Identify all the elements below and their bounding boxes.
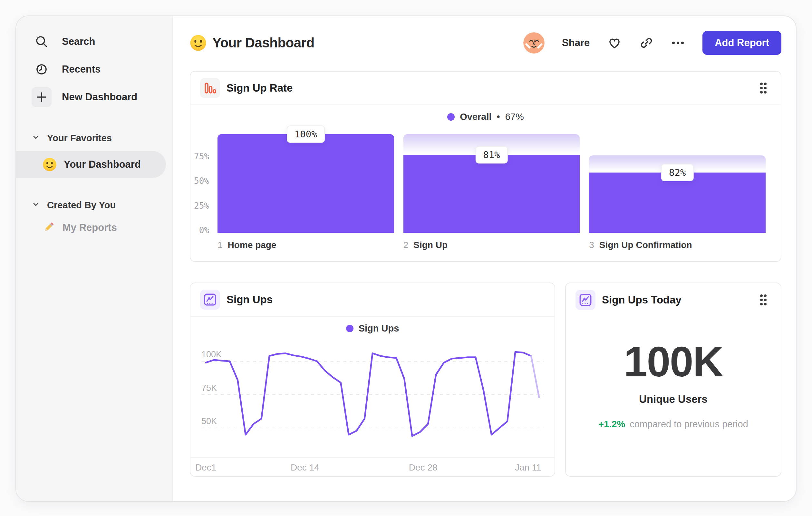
smiley-emoji-icon [42, 157, 57, 171]
page-title: Your Dashboard [212, 35, 315, 51]
line-chart[interactable]: 100K75K50K [201, 340, 544, 455]
funnel-bar-step-2[interactable]: 81% [403, 134, 580, 233]
legend-dot [447, 113, 455, 120]
funnel-tooltip: 81% [475, 146, 508, 164]
favorite-heart-icon[interactable] [607, 35, 622, 50]
legend-series: Sign Ups [359, 323, 399, 334]
sidebar-item-search[interactable]: Search [32, 28, 172, 55]
funnel-tooltip: 100% [287, 126, 325, 143]
funnel-legend: Overall • 67% [191, 105, 781, 128]
chevron-down-icon [32, 133, 40, 143]
drag-handle-icon[interactable] [759, 82, 767, 94]
drag-handle-icon[interactable] [759, 294, 767, 306]
funnel-chart[interactable]: 75%50%25%0% 100%81%82% [191, 134, 781, 233]
card-header: Sign Up Rate [191, 72, 781, 105]
funnel-bars: 100%81%82% [218, 134, 765, 233]
line-series-faded [531, 356, 539, 397]
app-window: Search Recents New Dashboard Your Favori… [16, 16, 796, 502]
card-sign-ups: Sign Ups Sign Ups 100K75K50K Dec1Dec 14D… [190, 282, 555, 477]
line-x-tick: Jan 11 [515, 462, 541, 473]
sidebar-item-your-dashboard[interactable]: Your Dashboard [16, 151, 166, 178]
funnel-y-tick: 50% [194, 176, 209, 186]
section-your-favorites[interactable]: Your Favorites [32, 129, 172, 147]
section-label: Your Favorites [47, 133, 112, 143]
copy-link-icon[interactable] [639, 36, 654, 50]
line-x-tick: Dec 28 [409, 462, 438, 473]
share-button[interactable]: Share [562, 37, 590, 49]
card-title: Sign Up Rate [227, 82, 293, 94]
card-title: Sign Ups Today [602, 294, 682, 306]
main-content: Your Dashboard Share [173, 16, 796, 501]
funnel-chart-icon [200, 78, 220, 98]
funnel-y-tick: 0% [199, 225, 209, 235]
search-icon [32, 32, 52, 52]
card-title: Sign Ups [227, 294, 272, 306]
sidebar-item-label: New Dashboard [62, 91, 137, 103]
sidebar-item-label: Your Dashboard [64, 159, 141, 170]
line-x-tick: Dec 14 [291, 462, 319, 473]
funnel-step-label: 2Sign Up [403, 238, 580, 252]
funnel-y-tick: 25% [194, 201, 209, 211]
funnel-bar-solid [218, 134, 394, 233]
line-chart-icon [576, 290, 596, 310]
sidebar-item-label: Search [62, 36, 95, 47]
sidebar-item-my-reports[interactable]: My Reports [42, 219, 172, 237]
stat-body: 100K Unique Users +1.2% compared to prev… [566, 317, 781, 430]
pencil-emoji-icon [42, 221, 56, 235]
clock-icon [32, 59, 52, 79]
section-label: Created By You [47, 200, 116, 211]
smiley-emoji-icon [190, 34, 207, 51]
sidebar-item-recents[interactable]: Recents [32, 55, 172, 83]
sidebar-item-label: My Reports [62, 222, 117, 234]
legend-dot [346, 325, 353, 332]
card-header: Sign Ups Today [566, 283, 781, 317]
sidebar-item-label: Recents [62, 63, 101, 75]
stat-delta: +1.2% [598, 419, 625, 430]
sidebar: Search Recents New Dashboard Your Favori… [16, 16, 173, 501]
funnel-y-axis: 75%50%25%0% [191, 134, 218, 233]
second-row: Sign Ups Sign Ups 100K75K50K Dec1Dec 14D… [190, 282, 781, 477]
page-header: Your Dashboard Share [190, 30, 781, 55]
card-sign-up-rate: Sign Up Rate Overall • 67% 75%50%25%0% 1… [190, 71, 781, 262]
legend-value: 67% [505, 112, 524, 122]
sidebar-item-new-dashboard[interactable]: New Dashboard [32, 83, 172, 111]
funnel-step-label: 3Sign Up Confirmation [589, 238, 765, 252]
more-options-icon[interactable] [671, 36, 685, 50]
card-sign-ups-today: Sign Ups Today 100K Unique Users +1.2% [565, 282, 781, 477]
stat-value: 100K [624, 337, 723, 386]
line-legend: Sign Ups [191, 317, 555, 340]
funnel-x-labels: 1Home page2Sign Up3Sign Up Confirmation [218, 238, 765, 252]
stat-delta-note: compared to previous period [630, 419, 748, 430]
funnel-tooltip: 82% [661, 164, 693, 181]
legend-series: Overall [460, 112, 491, 122]
card-header: Sign Ups [191, 283, 555, 317]
section-created-by-you[interactable]: Created By You [32, 196, 172, 214]
line-x-axis: Dec1Dec 14Dec 28Jan 11 [191, 457, 555, 476]
funnel-bar-solid [589, 172, 765, 233]
dashboard-app: { "sidebar": { "items": [ { "label": "Se… [0, 0, 812, 516]
funnel-bar-solid [403, 155, 580, 233]
add-report-button[interactable]: Add Report [702, 31, 781, 55]
legend-separator: • [497, 112, 500, 122]
chevron-down-icon [32, 200, 40, 210]
funnel-step-label: 1Home page [218, 238, 394, 252]
stat-label: Unique Users [639, 393, 707, 405]
plus-icon [32, 87, 52, 107]
line-chart-icon [200, 290, 220, 309]
funnel-bar-step-1[interactable]: 100% [218, 134, 394, 233]
line-x-tick: Dec1 [195, 462, 216, 473]
avatar[interactable] [523, 32, 545, 54]
funnel-bar-step-3[interactable]: 82% [589, 134, 765, 233]
line-series-solid [206, 352, 531, 436]
funnel-y-tick: 75% [194, 152, 209, 161]
